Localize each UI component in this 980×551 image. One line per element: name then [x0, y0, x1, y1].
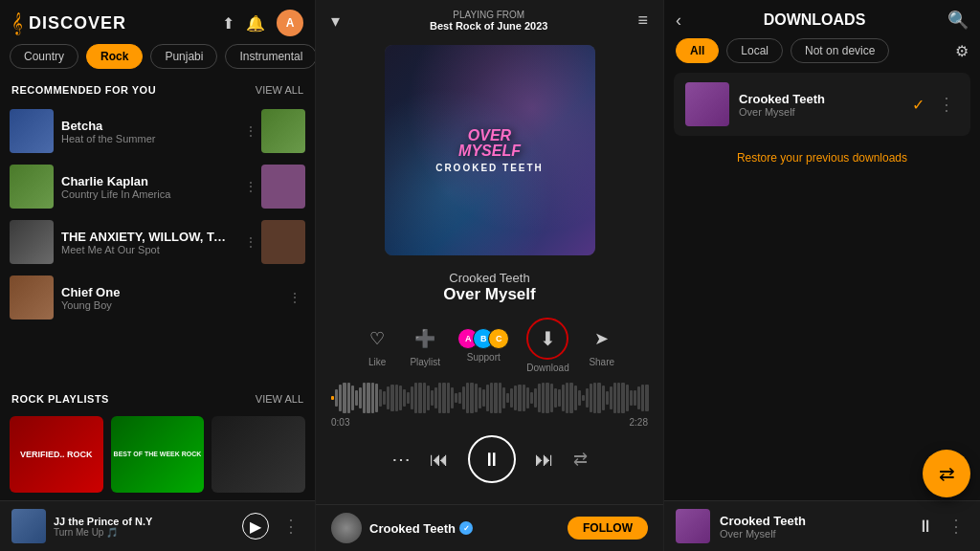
filter-local[interactable]: Local: [726, 38, 783, 63]
genre-tabs: Country Rock Punjabi Instrumental Podcas…: [0, 44, 315, 78]
np-thumb-left: [11, 509, 46, 543]
left-header-left: 𝄞 DISCOVER: [11, 12, 126, 34]
np-info-left: JJ the Prince of N.Y Turn Me Up 🎵: [46, 516, 242, 538]
track-item-anxiety[interactable]: THE ANXIETY, WILLOW, Tyler Cole Meet Me …: [0, 214, 315, 270]
playlist-card-verified[interactable]: VERIFIED.. ROCK: [10, 416, 103, 493]
filter-not-on-device[interactable]: Not on device: [791, 38, 889, 63]
player-header: ▾ PLAYING FROM Best Rock of June 2023 ≡: [316, 0, 663, 37]
playlist-add-icon: ➕: [410, 323, 440, 354]
track-info: Crooked Teeth Over Myself: [428, 263, 550, 310]
dl-more-icon[interactable]: ⋮: [934, 90, 959, 119]
more-icon-charlie[interactable]: ⋮: [240, 175, 261, 198]
track-title: Over Myself: [443, 285, 535, 304]
track-artist-anxiety: Meet Me At Our Spot: [61, 244, 233, 255]
queue-icon[interactable]: ≡: [637, 11, 648, 31]
like-btn[interactable]: ♡ Like: [362, 323, 392, 367]
playlists-section: ROCK PLAYLISTS VIEW ALL VERIFIED.. ROCK …: [0, 382, 315, 500]
track-artist-betcha: Heat of the Summer: [61, 133, 233, 144]
track-item-charlie[interactable]: Charlie Kaplan Country Life In America ⋮: [0, 159, 315, 214]
genre-tab-country[interactable]: Country: [10, 44, 78, 69]
np-play-btn[interactable]: ▶: [242, 513, 269, 540]
genre-tab-rock[interactable]: Rock: [86, 44, 143, 69]
genre-tab-instrumental[interactable]: Instrumental: [225, 44, 315, 69]
more-icon-betcha[interactable]: ⋮: [240, 120, 261, 143]
track-thumb-charlie: [10, 165, 54, 209]
np-artist-left: Turn Me Up 🎵: [54, 527, 234, 538]
track-thumb-right-charlie: [261, 165, 305, 209]
track-info-chief: Chief One Young Boy: [54, 285, 284, 311]
share-btn[interactable]: ➤ Share: [587, 323, 617, 367]
track-thumb-chief: [10, 276, 54, 320]
playlist-label: Playlist: [410, 357, 440, 367]
downloads-title: DOWNLOADS: [764, 11, 866, 29]
more-options-icon[interactable]: ⋯: [391, 448, 411, 471]
np-title-left: JJ the Prince of N.Y: [54, 516, 234, 527]
recommended-list: Betcha Heat of the Summer ⋮ Charlie Kapl…: [0, 103, 315, 382]
chevron-down-icon[interactable]: ▾: [331, 11, 340, 32]
play-pause-btn[interactable]: ⏸: [468, 435, 516, 483]
filter-tabs: All Local Not on device ⚙: [664, 38, 980, 73]
track-artist: Crooked Teeth: [443, 271, 535, 285]
track-item-chief[interactable]: Chief One Young Boy ⋮: [0, 270, 315, 325]
track-name-betcha: Betcha: [61, 119, 233, 133]
time-row: 0:03 2:28: [331, 415, 648, 430]
playlists-view-all[interactable]: VIEW ALL: [256, 393, 303, 405]
download-btn[interactable]: ⬇ Download: [526, 318, 568, 373]
playlist-label-verified: VERIFIED.. ROCK: [20, 450, 93, 460]
shuffle-fab-button[interactable]: ⇄: [923, 450, 970, 497]
user-avatar[interactable]: A: [277, 10, 303, 36]
back-icon[interactable]: ‹: [676, 11, 681, 31]
more-icon-anxiety[interactable]: ⋮: [240, 231, 261, 253]
more-icon-chief[interactable]: ⋮: [284, 286, 305, 309]
center-panel: ▾ PLAYING FROM Best Rock of June 2023 ≡ …: [316, 0, 664, 551]
download-icon: ⬇: [526, 318, 568, 360]
shuffle-fab-icon: ⇄: [939, 462, 955, 485]
dl-icons: ✓ ⋮: [912, 90, 959, 119]
track-name-anxiety: THE ANXIETY, WILLOW, Tyler Cole: [61, 230, 233, 244]
follow-button[interactable]: FOLLOW: [568, 517, 648, 540]
support-btn[interactable]: A B C Support: [457, 328, 509, 363]
support-label: Support: [467, 352, 501, 363]
recommended-view-all[interactable]: VIEW ALL: [256, 84, 303, 96]
track-thumb-right-betcha: [261, 109, 305, 153]
waveform[interactable]: [331, 381, 648, 415]
download-label: Download: [526, 363, 568, 373]
np-controls-left: ▶ ⋮: [242, 512, 303, 540]
playlist-card-bestofweek[interactable]: BEST OF THE WEEK ROCK: [111, 416, 205, 493]
track-name-chief: Chief One: [61, 285, 277, 299]
dl-thumb-crooked: [685, 82, 729, 126]
rbb-pause-icon[interactable]: ⏸: [917, 517, 934, 537]
playing-from-label: PLAYING FROM: [430, 10, 548, 20]
filter-all[interactable]: All: [676, 38, 719, 63]
dl-artist-crooked: Over Myself: [739, 106, 902, 118]
playlist-btn[interactable]: ➕ Playlist: [410, 323, 440, 367]
filter-settings-icon[interactable]: ⚙: [955, 42, 969, 60]
playlist-card-dark[interactable]: [212, 416, 305, 493]
track-info-betcha: Betcha Heat of the Summer: [54, 119, 240, 144]
restore-downloads-text[interactable]: Restore your previous downloads: [664, 142, 980, 174]
support-avatars: A B C: [457, 328, 509, 349]
playing-from-info: PLAYING FROM Best Rock of June 2023: [430, 10, 548, 32]
center-bottom-bar: Crooked Teeth ✓ FOLLOW: [316, 504, 663, 551]
action-row: ♡ Like ➕ Playlist A B C Support ⬇ Downlo…: [362, 310, 616, 381]
left-now-playing-bar: JJ the Prince of N.Y Turn Me Up 🎵 ▶ ⋮: [0, 500, 315, 551]
track-thumb-betcha: [10, 109, 54, 153]
download-item-crooked[interactable]: Crooked Teeth Over Myself ✓ ⋮: [674, 73, 970, 136]
genre-tab-punjabi[interactable]: Punjabi: [150, 44, 217, 69]
np-more-icon[interactable]: ⋮: [278, 512, 303, 540]
track-item-betcha[interactable]: Betcha Heat of the Summer ⋮: [0, 103, 315, 159]
share-icon: ➤: [587, 323, 617, 354]
skip-forward-icon[interactable]: ⏭: [535, 449, 554, 471]
track-thumb-anxiety: [10, 220, 54, 264]
bell-icon[interactable]: 🔔: [246, 14, 265, 33]
track-info-charlie: Charlie Kaplan Country Life In America: [54, 174, 240, 200]
upload-icon[interactable]: ⬆: [222, 14, 234, 33]
left-header: 𝄞 DISCOVER ⬆ 🔔 A: [0, 0, 315, 44]
heart-icon: ♡: [362, 323, 392, 354]
share-label: Share: [589, 357, 614, 367]
playlists-title: ROCK PLAYLISTS: [11, 393, 109, 405]
rbb-more-icon[interactable]: ⋮: [944, 512, 969, 540]
skip-back-icon[interactable]: ⏮: [430, 449, 449, 471]
search-icon[interactable]: 🔍: [947, 10, 969, 31]
shuffle-icon[interactable]: ⇄: [573, 449, 588, 470]
